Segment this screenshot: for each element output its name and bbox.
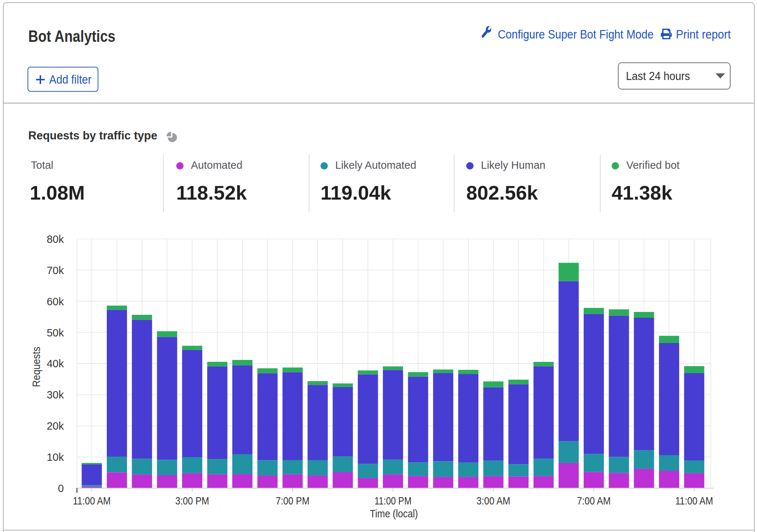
svg-text:Requests: Requests	[30, 347, 42, 387]
svg-text:7:00 PM: 7:00 PM	[276, 495, 309, 507]
svg-text:40k: 40k	[47, 358, 64, 369]
svg-text:3:00 PM: 3:00 PM	[175, 495, 209, 507]
svg-text:11:00 PM: 11:00 PM	[374, 495, 412, 507]
svg-text:10k: 10k	[47, 451, 64, 463]
svg-text:80k: 80k	[47, 233, 64, 245]
svg-text:11:00 AM: 11:00 AM	[73, 495, 111, 507]
svg-text:0: 0	[58, 482, 64, 494]
svg-text:70k: 70k	[47, 265, 64, 276]
svg-text:30k: 30k	[47, 389, 64, 401]
svg-text:7:00 AM: 7:00 AM	[577, 495, 611, 507]
svg-text:60k: 60k	[47, 296, 64, 307]
svg-text:3:00 AM: 3:00 AM	[477, 495, 510, 507]
svg-text:50k: 50k	[47, 327, 64, 339]
svg-text:11:00 AM: 11:00 AM	[675, 495, 713, 507]
svg-text:Time (local): Time (local)	[370, 507, 418, 520]
svg-text:20k: 20k	[47, 420, 64, 432]
